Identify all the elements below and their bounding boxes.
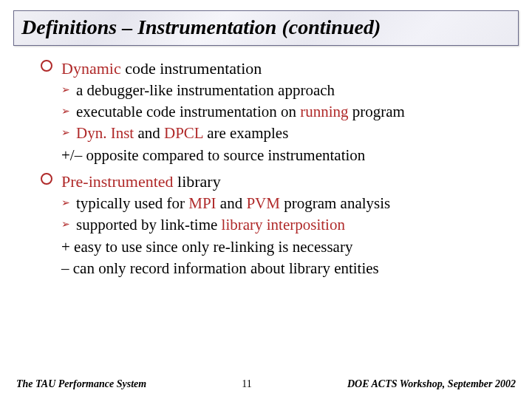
item-text: – can only record information about libr… — [61, 259, 379, 277]
item-text: executable code instrumentation on — [76, 103, 300, 120]
list-item-plain: – can only record information about libr… — [61, 258, 510, 279]
slide-title-bar: Definitions – Instrumentation (continued… — [13, 10, 519, 46]
heading-rest: library — [174, 172, 221, 191]
heading-red: Dynamic — [61, 59, 121, 78]
arrow-bullet-icon: ➢ — [61, 217, 70, 232]
slide-footer: The TAU Performance System 11 DOE ACTS W… — [0, 378, 532, 390]
list-item: ➢ Dyn. Inst and DPCL are examples — [61, 123, 510, 144]
circle-bullet-icon — [41, 173, 52, 185]
item-text: typically used for — [76, 194, 188, 212]
arrow-bullet-icon: ➢ — [61, 83, 70, 98]
item-text: and — [216, 194, 247, 212]
arrow-bullet-icon: ➢ — [61, 126, 70, 140]
list-item: ➢ a debugger-like instrumentation approa… — [61, 80, 510, 101]
arrow-bullet-icon: ➢ — [61, 196, 70, 211]
page-number: 11 — [242, 378, 251, 390]
bullet-dynamic: Dynamic code instrumentation — [41, 58, 510, 80]
item-text: program — [349, 103, 405, 120]
bullet-preinstrumented: Pre-instrumented library — [41, 171, 510, 193]
item-red: MPI — [188, 194, 216, 212]
item-text: are examples — [203, 124, 288, 142]
list-item-plain: + easy to use since only re-linking is n… — [61, 236, 510, 258]
item-text: +/– opposite compared to source instrume… — [61, 146, 365, 164]
item-red: Dyn. Inst — [76, 124, 134, 142]
list-item: ➢ executable code instrumentation on run… — [61, 101, 510, 123]
heading-rest: code instrumentation — [121, 59, 262, 78]
arrow-bullet-icon: ➢ — [61, 104, 70, 119]
item-text: a debugger-like instrumentation approach — [76, 81, 335, 99]
circle-bullet-icon — [41, 60, 52, 72]
item-text: supported by link-time — [76, 216, 222, 233]
sub-bullets-1: ➢ a debugger-like instrumentation approa… — [41, 80, 510, 167]
item-text: program analysis — [280, 194, 390, 212]
sub-bullets-2: ➢ typically used for MPI and PVM program… — [41, 193, 510, 280]
list-item: ➢ supported by link-time library interpo… — [61, 214, 510, 236]
slide-content: Dynamic code instrumentation ➢ a debugge… — [0, 46, 532, 280]
footer-right: DOE ACTS Workshop, September 2002 — [347, 378, 516, 390]
footer-left: The TAU Performance System — [16, 378, 146, 390]
item-red: library interposition — [222, 216, 345, 233]
heading-red: Pre-instrumented — [61, 172, 174, 191]
item-text: and — [134, 124, 164, 142]
item-red: running — [300, 103, 348, 120]
slide-title: Definitions – Instrumentation (continued… — [21, 16, 511, 39]
list-item: ➢ typically used for MPI and PVM program… — [61, 193, 510, 214]
list-item-plain: +/– opposite compared to source instrume… — [61, 145, 510, 166]
item-text: + easy to use since only re-linking is n… — [61, 238, 352, 256]
item-red: DPCL — [164, 124, 203, 142]
item-red: PVM — [246, 194, 280, 212]
